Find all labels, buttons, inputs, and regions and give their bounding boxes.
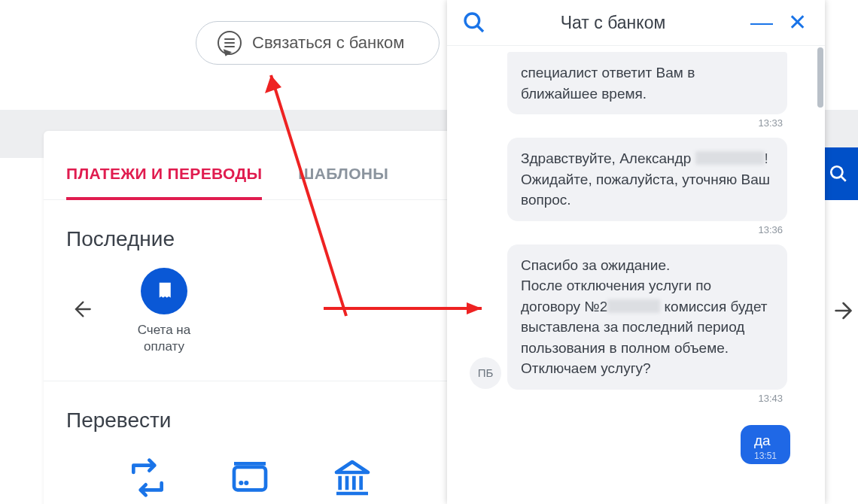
chat-message-incoming: специалист ответит Вам в ближайшее время…	[507, 52, 787, 114]
chat-message-time: 13:36	[459, 223, 813, 238]
svg-rect-0	[234, 467, 266, 490]
chat-scrollbar[interactable]	[817, 47, 823, 108]
transfer-exchange-icon[interactable]	[126, 457, 169, 499]
chat-message-text: !	[765, 150, 768, 166]
contact-bank-wrap: Связаться с банком	[196, 21, 440, 65]
chat-message-time: 13:43	[459, 391, 813, 407]
invoice-icon	[141, 268, 187, 314]
contact-bank-label: Связаться с банком	[252, 33, 404, 53]
chat-title: Чат с банком	[497, 13, 737, 33]
svg-point-2	[244, 481, 248, 485]
redacted-text	[695, 151, 765, 165]
chat-header: Чат с банком — ✕	[447, 0, 825, 46]
agent-avatar: ПБ	[470, 357, 501, 389]
recent-item-label: Счета на оплату	[119, 322, 209, 355]
chat-search-icon[interactable]	[462, 11, 486, 35]
svg-marker-5	[265, 75, 281, 93]
redacted-text	[607, 299, 660, 313]
recent-item-invoices[interactable]: Счета на оплату	[119, 268, 209, 355]
chat-message-time: 13:51	[754, 451, 777, 461]
chat-message-text: Здравствуйте, Александр	[521, 150, 691, 166]
chat-message-text: Ожидайте, пожалуйста, уточняю Ваш вопрос…	[521, 172, 770, 208]
svg-point-1	[239, 481, 243, 485]
chat-message-text: Спасибо за ожидание.	[521, 257, 670, 273]
arrow-right-icon	[834, 299, 856, 322]
tab-payments[interactable]: ПЛАТЕЖИ И ПЕРЕВОДЫ	[66, 165, 262, 199]
chat-message-text: специалист ответит Вам в ближайшее время…	[521, 65, 695, 102]
arrow-left-icon	[71, 299, 92, 320]
chat-message-time: 13:33	[459, 116, 813, 132]
contact-bank-button[interactable]: Связаться с банком	[196, 21, 440, 65]
recent-prev-arrow[interactable]	[66, 294, 96, 329]
transfer-bank-icon[interactable]	[331, 457, 373, 499]
right-side-arrow[interactable]	[832, 299, 858, 327]
chat-message-incoming: Здравствуйте, Александр ! Ожидайте, пожа…	[507, 138, 787, 221]
chat-panel: Чат с банком — ✕ специалист ответит Вам …	[447, 0, 825, 504]
chat-minimize-button[interactable]: —	[747, 11, 774, 34]
chat-message-incoming: Спасибо за ожидание. После отключения ус…	[507, 244, 787, 390]
chat-message-outgoing: да 13:51	[741, 425, 790, 464]
search-icon	[829, 164, 848, 184]
svg-point-4	[465, 14, 479, 28]
svg-point-3	[831, 166, 842, 178]
chat-bubble-icon	[218, 31, 242, 55]
chat-body[interactable]: специалист ответит Вам в ближайшее время…	[447, 46, 825, 504]
transfer-card-icon[interactable]	[229, 457, 271, 499]
chat-message-text: да	[754, 433, 777, 449]
chat-close-button[interactable]: ✕	[785, 11, 810, 34]
tab-templates[interactable]: ШАБЛОНЫ	[298, 165, 388, 199]
